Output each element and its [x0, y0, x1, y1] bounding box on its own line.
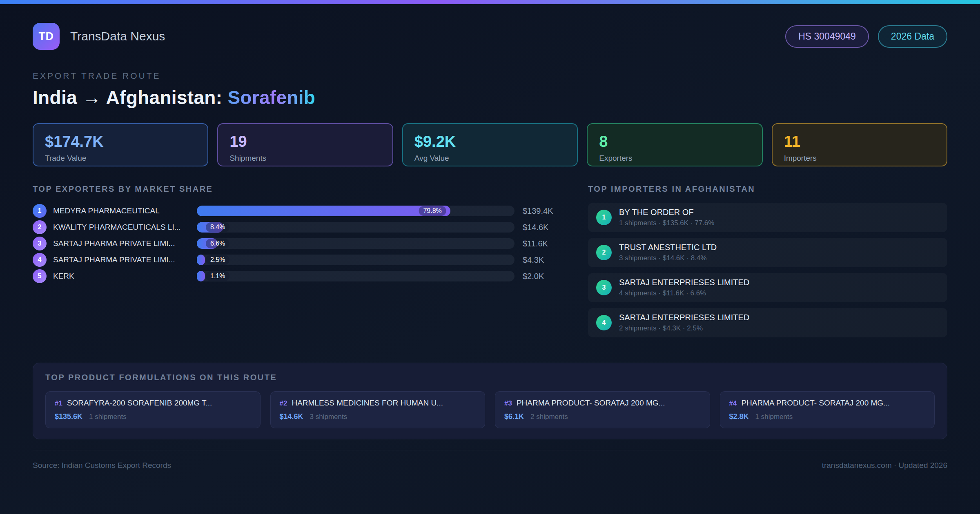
stat-label: Exporters: [599, 154, 750, 163]
exporter-row: 4 SARTAJ PHARMA PRIVATE LIMI... 2.5% $4.…: [33, 252, 564, 268]
importer-card: 2 TRUST ANESTHETIC LTD 3 shipments · $14…: [588, 238, 947, 267]
brand-name: TransData Nexus: [70, 29, 165, 43]
exporter-row: 1 MEDYRA PHARMACEUTICAL 79.8% $139.4K: [33, 203, 564, 219]
importer-meta: 1 shipments · $135.6K · 77.6%: [619, 219, 714, 227]
importer-card: 1 BY THE ORDER OF 1 shipments · $135.6K …: [588, 203, 947, 232]
market-share-pct-label: 8.4%: [206, 222, 229, 232]
importer-card: 4 SARTAJ ENTERPRIESES LIMITED 2 shipment…: [588, 308, 947, 337]
product-value: $135.6K: [55, 412, 82, 421]
stat-value: $174.7K: [45, 133, 196, 151]
product-stats-line: $2.8K 1 shipments: [729, 412, 926, 421]
exporter-trade-value: $11.6K: [523, 239, 564, 248]
market-share-pct-label: 2.5%: [206, 255, 229, 265]
market-share-pct-label: 79.8%: [419, 206, 446, 216]
exporter-name: KWALITY PHARMACEUTICALS LI...: [53, 223, 197, 232]
rank-badge: 1: [33, 204, 47, 218]
stat-card: $174.7K Trade Value: [33, 123, 208, 166]
page-container: TD TransData Nexus HS 30049049 2026 Data…: [0, 4, 980, 470]
product-value: $14.6K: [280, 412, 303, 421]
exporters-list: 1 MEDYRA PHARMACEUTICAL 79.8% $139.4K 2 …: [33, 203, 564, 284]
product-title-line: #2 HARMLESS MEDICINES FOR HUMAN U...: [280, 399, 476, 408]
product-shipments: 1 shipments: [755, 413, 793, 421]
market-share-bar-fill: [197, 206, 450, 216]
product-value: $2.8K: [729, 412, 749, 421]
product-stats-line: $14.6K 3 shipments: [280, 412, 476, 421]
product-value: $6.1K: [504, 412, 524, 421]
product-rank: #2: [280, 399, 287, 408]
exporter-trade-value: $4.3K: [523, 255, 564, 265]
stat-label: Shipments: [229, 154, 381, 163]
brand: TD TransData Nexus: [33, 23, 165, 50]
product-name: PHARMA PRODUCT- SORATAJ 200 MG...: [517, 399, 665, 408]
market-share-bar-fill: [197, 271, 205, 281]
stat-card: 19 Shipments: [217, 123, 393, 166]
product-stats-line: $135.6K 1 shipments: [55, 412, 251, 421]
importer-meta: 2 shipments · $4.3K · 2.5%: [619, 324, 749, 332]
page-title-route: India → Afghanistan:: [33, 87, 227, 108]
product-stats-line: $6.1K 2 shipments: [504, 412, 701, 421]
product-shipments: 3 shipments: [310, 413, 347, 421]
market-share-bar-track: 2.5%: [197, 255, 514, 265]
stat-value: 19: [229, 133, 381, 151]
footer: Source: Indian Customs Export Records tr…: [33, 450, 947, 470]
importers-section: TOP IMPORTERS IN AFGHANISTAN 1 BY THE OR…: [588, 184, 947, 343]
product-card: #1 SORAFYRA-200 SORAFENIB 200MG T... $13…: [45, 391, 261, 428]
product-shipments: 1 shipments: [89, 413, 127, 421]
importers-heading: TOP IMPORTERS IN AFGHANISTAN: [588, 184, 947, 194]
eyebrow-label: EXPORT TRADE ROUTE: [33, 71, 947, 81]
importer-rank-badge: 2: [596, 245, 612, 260]
stat-value: 11: [784, 133, 935, 151]
rank-badge: 2: [33, 220, 47, 234]
importers-list: 1 BY THE ORDER OF 1 shipments · $135.6K …: [588, 203, 947, 337]
product-name: HARMLESS MEDICINES FOR HUMAN U...: [292, 399, 443, 408]
stat-card: 8 Exporters: [587, 123, 762, 166]
exporter-trade-value: $139.4K: [523, 206, 564, 216]
hs-code-badge: HS 30049049: [785, 25, 869, 48]
importer-name: BY THE ORDER OF: [619, 208, 714, 217]
stat-label: Avg Value: [414, 154, 566, 163]
app-logo: TD: [33, 23, 60, 50]
exporter-name: MEDYRA PHARMACEUTICAL: [53, 206, 197, 215]
stat-value: 8: [599, 133, 750, 151]
stat-card: 11 Importers: [772, 123, 947, 166]
importer-info: BY THE ORDER OF 1 shipments · $135.6K · …: [619, 208, 714, 227]
rank-badge: 4: [33, 253, 47, 267]
product-title-line: #1 SORAFYRA-200 SORAFENIB 200MG T...: [55, 399, 251, 408]
importer-card: 3 SARTAJ ENTERPRIESES LIMITED 4 shipment…: [588, 273, 947, 302]
market-share-bar-track: 79.8%: [197, 206, 514, 216]
importer-rank-badge: 1: [596, 210, 612, 225]
exporter-name: KERK: [53, 272, 197, 281]
market-share-bar-fill: [197, 255, 205, 265]
products-list: #1 SORAFYRA-200 SORAFENIB 200MG T... $13…: [45, 391, 935, 428]
product-name: SORAFYRA-200 SORAFENIB 200MG T...: [67, 399, 212, 408]
importer-name: SARTAJ ENTERPRIESES LIMITED: [619, 313, 749, 322]
exporter-row: 2 KWALITY PHARMACEUTICALS LI... 8.4% $14…: [33, 219, 564, 235]
importer-info: SARTAJ ENTERPRIESES LIMITED 4 shipments …: [619, 278, 749, 297]
importer-info: TRUST ANESTHETIC LTD 3 shipments · $14.6…: [619, 243, 717, 262]
product-rank: #3: [504, 399, 512, 408]
exporter-trade-value: $2.0K: [523, 272, 564, 281]
exporters-section: TOP EXPORTERS BY MARKET SHARE 1 MEDYRA P…: [33, 184, 564, 343]
importer-name: TRUST ANESTHETIC LTD: [619, 243, 717, 252]
market-share-bar-track: 6.6%: [197, 238, 514, 249]
product-rank: #4: [729, 399, 737, 408]
stat-label: Trade Value: [45, 154, 196, 163]
product-shipments: 2 shipments: [530, 413, 568, 421]
rank-badge: 5: [33, 269, 47, 283]
footer-source: Source: Indian Customs Export Records: [33, 461, 171, 470]
exporter-name: SARTAJ PHARMA PRIVATE LIMI...: [53, 239, 197, 248]
rank-badge: 3: [33, 237, 47, 250]
header: TD TransData Nexus HS 30049049 2026 Data: [33, 23, 947, 50]
product-title-line: #4 PHARMA PRODUCT- SORATAJ 200 MG...: [729, 399, 926, 408]
product-card: #3 PHARMA PRODUCT- SORATAJ 200 MG... $6.…: [495, 391, 710, 428]
products-heading: TOP PRODUCT FORMULATIONS ON THIS ROUTE: [45, 373, 935, 382]
footer-site: transdatanexus.com · Updated 2026: [822, 461, 947, 470]
header-badges: HS 30049049 2026 Data: [785, 25, 947, 48]
product-name: PHARMA PRODUCT- SORATAJ 200 MG...: [741, 399, 890, 408]
page-title: India → Afghanistan: Sorafenib: [33, 86, 947, 109]
importer-info: SARTAJ ENTERPRIESES LIMITED 2 shipments …: [619, 313, 749, 332]
exporter-name: SARTAJ PHARMA PRIVATE LIMI...: [53, 255, 197, 264]
stats-row: $174.7K Trade Value 19 Shipments $9.2K A…: [33, 123, 947, 166]
product-card: #2 HARMLESS MEDICINES FOR HUMAN U... $14…: [270, 391, 486, 428]
main-columns: TOP EXPORTERS BY MARKET SHARE 1 MEDYRA P…: [33, 184, 947, 343]
